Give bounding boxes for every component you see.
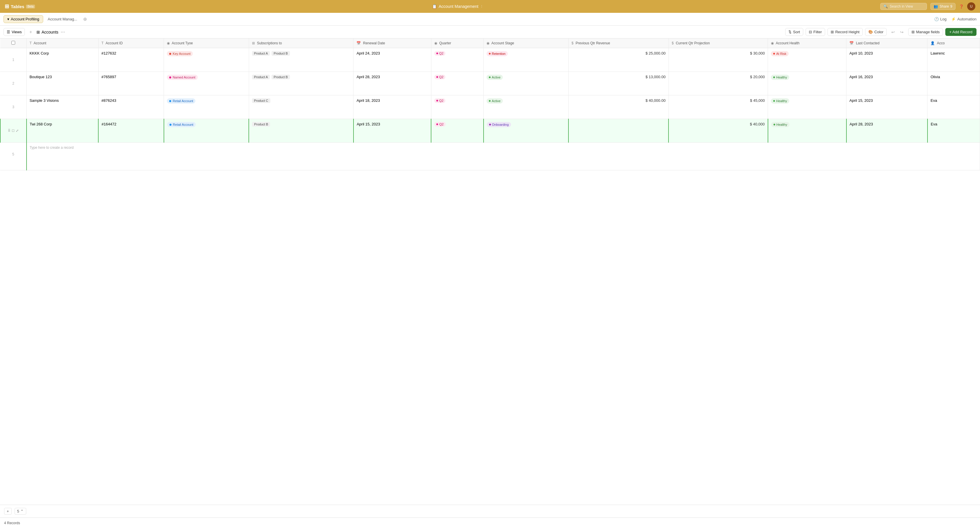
subscriptions-list: Product AProduct B (252, 75, 291, 80)
add-record-button[interactable]: + Add Record (945, 28, 977, 36)
cell-account[interactable]: Twi 268 Corp (27, 119, 99, 143)
checkbox-header[interactable] (0, 38, 27, 48)
th-subscriptions[interactable]: ⊞ Subscriptions to (249, 38, 353, 48)
cell-curr-proj[interactable]: $ 30,000 (668, 48, 768, 72)
th-account-health[interactable]: ◉ Account Health (768, 38, 846, 48)
cell-account-type[interactable]: Retail Account (164, 95, 249, 119)
cell-prev-revenue[interactable]: $ 40,000.00 (568, 95, 668, 119)
th-account-stage[interactable]: ◉ Account Stage (484, 38, 569, 48)
table-row: 1 KKKK Corp #127632 Key Account Product … (0, 48, 980, 72)
th-account-id[interactable]: T Account ID (98, 38, 164, 48)
cell-last-contacted[interactable]: April 28, 2023 (846, 119, 928, 143)
cell-account-type[interactable]: Key Account (164, 48, 249, 72)
cell-last-contacted[interactable]: April 10, 2023 (846, 48, 928, 72)
help-icon[interactable]: ❓ (959, 5, 964, 9)
cell-account-health[interactable]: Healthy (768, 72, 846, 95)
cell-subscriptions[interactable]: Product C (249, 95, 353, 119)
th-acco[interactable]: 👤 Acco (928, 38, 980, 48)
sort-button[interactable]: ⇅ Sort (785, 28, 803, 36)
cell-renewal-date[interactable]: April 24, 2023 (353, 48, 431, 72)
undo-button[interactable]: ↩ (889, 28, 897, 36)
cell-acco[interactable]: Eva (928, 119, 980, 143)
cell-acco[interactable]: Lawrenc (928, 48, 980, 72)
cell-account-type[interactable]: Named Account (164, 72, 249, 95)
cell-account-id[interactable]: #127632 (98, 48, 164, 72)
th-account-stage-label: Account Stage (492, 41, 514, 45)
cell-account-stage[interactable]: Retention (484, 48, 569, 72)
filter-button[interactable]: ⊟ Filter (806, 28, 825, 36)
cell-acco[interactable]: Eva (928, 95, 980, 119)
cell-prev-revenue[interactable] (568, 119, 668, 143)
cell-account-stage[interactable]: Active (484, 95, 569, 119)
select-all-checkbox[interactable] (11, 41, 15, 45)
th-last-contacted[interactable]: 📅 Last Contacted (846, 38, 928, 48)
cell-account[interactable]: Sample 3 Visions (27, 95, 99, 119)
cell-account-id[interactable]: #765897 (98, 72, 164, 95)
share-button[interactable]: 👥 Share 9 (931, 3, 956, 10)
user-avatar[interactable]: U (967, 2, 975, 11)
cell-renewal-date[interactable]: April 28, 2023 (353, 72, 431, 95)
drag-icon[interactable]: ⠿ (8, 129, 11, 133)
cell-quarter[interactable]: Q2 (431, 119, 483, 143)
create-record-placeholder[interactable]: Type here to create a record (27, 143, 980, 153)
cell-quarter[interactable]: Q2 (431, 95, 483, 119)
app-title: Tables (11, 4, 24, 9)
redo-button[interactable]: ↪ (898, 28, 906, 36)
cell-curr-proj[interactable]: $ 45,000 (668, 95, 768, 119)
cell-account-id[interactable]: #164472 (98, 119, 164, 143)
stage-value: Active (492, 76, 501, 79)
cell-subscriptions[interactable]: Product B (249, 119, 353, 143)
cell-last-contacted[interactable]: April 15, 2023 (846, 95, 928, 119)
cell-acco[interactable]: Olivia (928, 72, 980, 95)
th-prev-qtr-revenue[interactable]: $ Previous Qtr Revenue (568, 38, 668, 48)
tab-account-profiling[interactable]: ▾ Account Profiling (3, 15, 43, 23)
log-button[interactable]: 🕐 Log (934, 17, 947, 21)
cell-account-id[interactable]: #876243 (98, 95, 164, 119)
th-account-type[interactable]: ◉ Account Tyoe (164, 38, 249, 48)
color-button[interactable]: 🎨 Color (865, 28, 887, 36)
cell-quarter[interactable]: Q2 (431, 72, 483, 95)
cell-account-type[interactable]: Retail Account (164, 119, 249, 143)
cell-renewal-date[interactable]: April 15, 2023 (353, 119, 431, 143)
cell-account[interactable]: Boutique 123 (27, 72, 99, 95)
th-health-label: Account Health (776, 41, 799, 45)
th-curr-qtr-proj[interactable]: $ Current Qtr Projection (668, 38, 768, 48)
add-view-button[interactable]: + (27, 29, 34, 36)
create-record-cell[interactable]: Type here to create a record (27, 143, 980, 170)
th-account[interactable]: T Account (27, 38, 99, 48)
cell-account-health[interactable]: Healthy (768, 119, 846, 143)
th-renewal-date[interactable]: 📅 Renewal Date (353, 38, 431, 48)
cell-prev-revenue[interactable]: $ 25,000.00 (568, 48, 668, 72)
automation-button[interactable]: ⚡ Automation (951, 17, 977, 21)
tab-icon: ▾ (7, 17, 10, 21)
th-quarter[interactable]: ◉ Quarter (431, 38, 483, 48)
cell-quarter[interactable]: Q2 (431, 48, 483, 72)
health-value: At Risk (776, 52, 786, 56)
more-options-button[interactable]: ··· (60, 29, 65, 35)
circle-icon: ◉ (167, 41, 170, 45)
table-container: T Account T Account ID ◉ Account Tyoe ⊞ … (0, 38, 980, 505)
cell-account-stage[interactable]: Active (484, 72, 569, 95)
tab-account-manag[interactable]: Account Manag... (45, 16, 81, 23)
views-button[interactable]: ☰ Views (3, 28, 25, 36)
add-tab-button[interactable]: ⊕ (83, 16, 87, 22)
cell-account-health[interactable]: At Risk (768, 48, 846, 72)
cell-account-health[interactable]: Healthy (768, 95, 846, 119)
manage-fields-button[interactable]: ⊞ Manage fields (908, 28, 943, 36)
health-dot (773, 100, 775, 102)
cell-account[interactable]: KKKK Corp (27, 48, 99, 72)
cell-curr-proj[interactable]: $ 40,000 (668, 119, 768, 143)
search-in-view[interactable]: 🔍 Search in View (880, 3, 927, 10)
cell-curr-proj[interactable]: $ 20,000 (668, 72, 768, 95)
add-row-button[interactable]: + (4, 508, 12, 515)
cell-account-stage[interactable]: Onboarding (484, 119, 569, 143)
expand-icon[interactable]: ⤢ (16, 129, 19, 133)
page-number[interactable]: 5 ⌃ (14, 508, 26, 515)
cell-prev-revenue[interactable]: $ 13,000.00 (568, 72, 668, 95)
cell-subscriptions[interactable]: Product AProduct B (249, 72, 353, 95)
cell-last-contacted[interactable]: April 16, 2023 (846, 72, 928, 95)
record-height-button[interactable]: ⊞ Record Height (827, 28, 863, 36)
cell-renewal-date[interactable]: April 18, 2023 (353, 95, 431, 119)
row-checkbox[interactable]: ☐ (12, 129, 14, 133)
cell-subscriptions[interactable]: Product AProduct B (249, 48, 353, 72)
